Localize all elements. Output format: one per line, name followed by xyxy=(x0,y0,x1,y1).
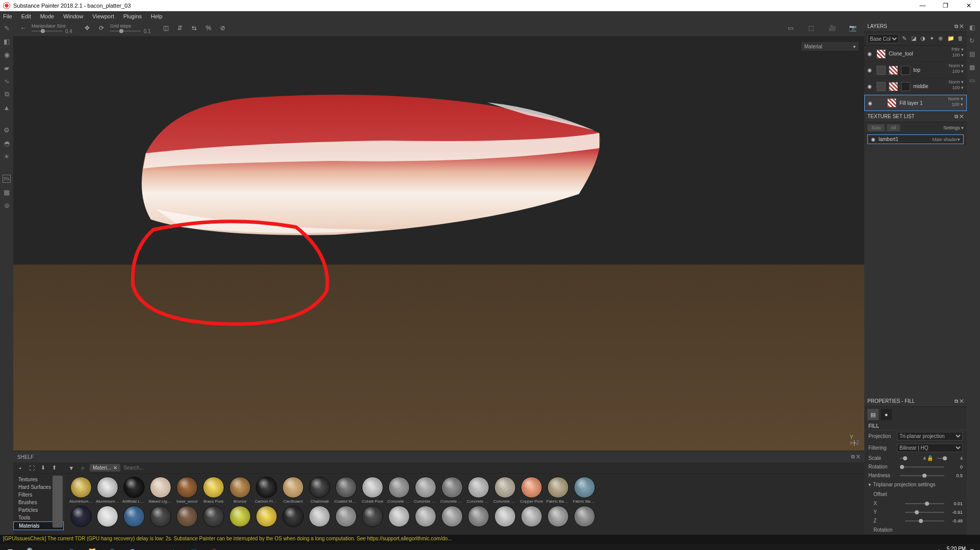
material-thumb[interactable] xyxy=(361,506,384,527)
cube-icon[interactable]: ◧ xyxy=(969,24,977,32)
export-icon[interactable]: ⬆ xyxy=(50,464,58,472)
chrome-icon[interactable]: ◉ xyxy=(61,544,82,550)
system-clock[interactable]: 5:20 PM3/17/2019 xyxy=(943,546,966,550)
polyfill-tool-icon[interactable]: ▰ xyxy=(3,64,11,72)
layer-row[interactable]: ◉Fill layer 1Norm ▾100 ▾ xyxy=(864,95,967,111)
material-thumb[interactable]: Concrete S... xyxy=(493,477,517,504)
gear-icon[interactable]: ⚙ xyxy=(3,126,11,134)
material-thumb[interactable] xyxy=(281,506,305,527)
offset-x-slider[interactable] xyxy=(905,503,944,504)
lock-icon[interactable]: 🔒 xyxy=(927,455,933,461)
menu-edit[interactable]: Edit xyxy=(21,13,31,19)
camera-icon[interactable]: 🎥 xyxy=(829,24,837,33)
pause-icon[interactable]: ⊘ xyxy=(220,24,228,33)
spotify-icon[interactable]: ● xyxy=(143,544,163,550)
grid-slider[interactable] xyxy=(110,31,141,32)
layer-row[interactable]: ◉middleNorm ▾100 ▾ xyxy=(864,78,967,95)
folder-icon[interactable]: 📁 xyxy=(947,35,955,42)
material-thumb[interactable] xyxy=(334,506,358,527)
substance-icon[interactable]: ◉ xyxy=(204,544,224,550)
material-tool-icon[interactable]: ▲ xyxy=(3,103,11,112)
close-icon[interactable]: ✕ xyxy=(856,454,860,459)
material-thumb[interactable]: Concrete D... xyxy=(440,477,464,504)
smart-icon[interactable]: ✦ xyxy=(930,35,936,42)
material-thumb[interactable] xyxy=(546,506,570,527)
material-thumb[interactable] xyxy=(149,506,172,527)
all-button[interactable]: All xyxy=(887,124,900,131)
expand-icon[interactable]: ⛶ xyxy=(28,464,36,472)
material-thumb[interactable]: Concrete B... xyxy=(387,477,411,504)
pen-icon[interactable]: ✎ xyxy=(902,35,908,42)
trello-icon[interactable]: ▣ xyxy=(183,544,204,550)
material-thumb[interactable] xyxy=(573,506,596,527)
material-thumb[interactable] xyxy=(493,506,517,527)
menu-mode[interactable]: Mode xyxy=(40,13,55,19)
fill-tab-icon[interactable]: ▤ xyxy=(867,409,879,420)
close-icon[interactable]: ✕ xyxy=(960,23,964,29)
material-thumb[interactable]: Chainmail xyxy=(308,477,331,504)
import-icon[interactable]: ⬇ xyxy=(39,464,47,472)
material-thumb[interactable] xyxy=(520,506,543,527)
material-thumb[interactable]: Carbon Fiber xyxy=(255,477,278,504)
layer-row[interactable]: ◉topNorm ▾100 ▾ xyxy=(864,62,967,78)
material-thumb[interactable]: Concrete Si... xyxy=(467,477,490,504)
sym2-icon[interactable]: ⇆ xyxy=(192,24,200,33)
eye-icon[interactable]: ◉ xyxy=(867,51,873,57)
material-thumb[interactable] xyxy=(440,506,464,527)
eye-icon[interactable]: ◉ xyxy=(867,84,873,89)
texset-item[interactable]: ◉ lambert1 Main shader▾ xyxy=(867,134,964,144)
material-thumb[interactable]: Concrete Cl... xyxy=(414,477,437,504)
eye-icon[interactable]: ◉ xyxy=(868,100,874,106)
eraser-tool-icon[interactable]: ◧ xyxy=(3,37,11,45)
close-icon[interactable]: ✕ xyxy=(960,114,964,119)
triplanar-section[interactable]: ▾Triplanar projection settings xyxy=(864,480,967,489)
move-icon[interactable]: ✥ xyxy=(85,24,93,33)
rotate-icon[interactable]: ⟳ xyxy=(99,24,107,33)
popout-icon[interactable]: ⧉ xyxy=(955,398,958,404)
material-thumb[interactable] xyxy=(202,506,225,527)
start-button[interactable]: ⊞ xyxy=(0,544,20,550)
screenshot-icon[interactable]: 📷 xyxy=(849,24,857,33)
material-thumb[interactable]: Copper Pure xyxy=(520,477,543,504)
popout-icon[interactable]: ⧉ xyxy=(955,23,958,29)
filtering-select[interactable]: Bilinear | HQ xyxy=(897,444,963,452)
material-thumb[interactable] xyxy=(387,506,411,527)
material-thumb[interactable]: Fabric Bam... xyxy=(546,477,570,504)
material-thumb[interactable] xyxy=(122,506,146,527)
eye-icon[interactable]: ◉ xyxy=(871,136,876,142)
blender-icon[interactable]: ⬡ xyxy=(102,544,122,550)
search-icon[interactable]: 🔍 xyxy=(20,544,41,550)
minimize-button[interactable]: — xyxy=(911,0,934,11)
popout-icon[interactable]: ⧉ xyxy=(851,454,855,459)
clone-tool-icon[interactable]: ⧉ xyxy=(3,90,11,98)
close-button[interactable]: ✕ xyxy=(957,0,980,11)
texset-settings[interactable]: Settings ▾ xyxy=(943,125,964,130)
circle-icon[interactable]: ○ xyxy=(78,464,87,472)
hardness-slider[interactable] xyxy=(900,475,944,476)
channels-icon[interactable]: ▦ xyxy=(969,64,977,72)
material-thumb[interactable] xyxy=(175,506,199,527)
history-icon[interactable]: ↻ xyxy=(969,37,977,45)
home-icon[interactable]: ▪ xyxy=(16,464,24,472)
material-thumb[interactable]: Baked Light... xyxy=(149,477,172,504)
close-icon[interactable]: ✕ xyxy=(960,398,964,404)
offset-z-slider[interactable] xyxy=(905,520,944,521)
popout-icon[interactable]: ⧉ xyxy=(955,114,958,119)
menu-help[interactable]: Help xyxy=(151,13,163,19)
back-icon[interactable]: ← xyxy=(20,24,29,33)
filter-icon[interactable]: ▼ xyxy=(67,464,75,472)
menu-file[interactable]: File xyxy=(3,13,12,19)
paint-tool-icon[interactable]: ✎ xyxy=(3,24,11,32)
settings-icon[interactable]: ⊚ xyxy=(3,201,11,209)
projection-select[interactable]: Tri-planar projection xyxy=(897,432,963,441)
material-thumb[interactable]: Brass Pure xyxy=(202,477,225,504)
mask-icon[interactable]: ◑ xyxy=(920,35,926,42)
blend-mode-select[interactable]: Base Cok xyxy=(867,34,899,43)
scale-slider-2[interactable] xyxy=(937,458,945,459)
menu-plugins[interactable]: Plugins xyxy=(123,13,142,19)
manipulator-slider[interactable] xyxy=(32,31,62,32)
iray-icon[interactable]: ☀ xyxy=(3,152,11,160)
material-thumb[interactable]: Bronze xyxy=(228,477,252,504)
material-dropdown[interactable]: Material▾ xyxy=(801,41,859,51)
menu-window[interactable]: Window xyxy=(63,13,83,19)
